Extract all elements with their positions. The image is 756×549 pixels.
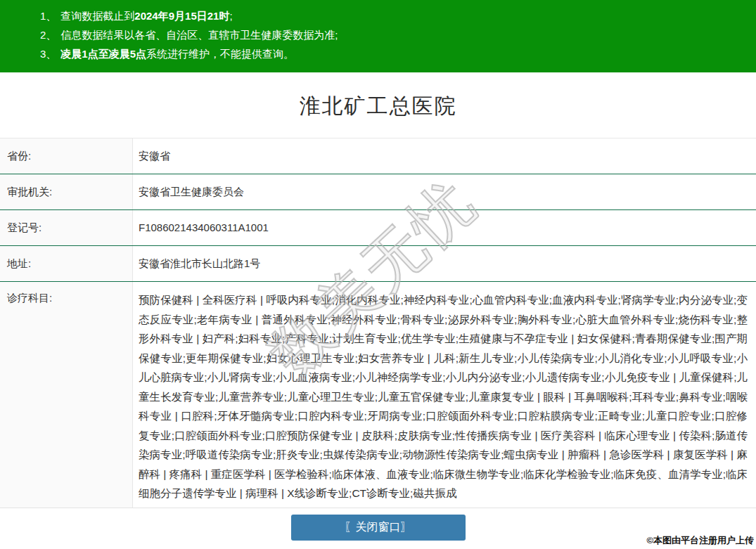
row-value: F1086021434060311A1001 (133, 210, 756, 245)
table-row-registration-number: 登记号: F1086021434060311A1001 (0, 210, 756, 246)
notice-number: 3、 (40, 48, 56, 60)
notice-text: 信息数据结果以各省、自治区、直辖市卫生健康委数据为准; (60, 29, 338, 41)
copyright-stamp: ©本图由平台注册用户上传 (646, 534, 754, 547)
notice-item-1: 1、查询数据截止到2024年9月15日21时; (40, 6, 756, 25)
row-label: 诊疗科目: (0, 282, 133, 508)
notice-number: 2、 (40, 29, 56, 41)
row-value: 预防保健科 | 全科医疗科 | 呼吸内科专业;消化内科专业;神经内科专业;心血管… (133, 282, 756, 508)
notice-item-3: 3、凌晨1点至凌晨5点系统进行维护，不能提供查询。 (40, 44, 756, 63)
notice-text: 凌晨1点至凌晨5点系统进行维护，不能提供查询。 (60, 48, 294, 60)
info-table: 省份: 安徽省 审批机关: 安徽省卫生健康委员会 登记号: F108602143… (0, 138, 756, 508)
row-label: 审批机关: (0, 174, 133, 209)
notice-number: 1、 (40, 10, 56, 22)
row-label: 地址: (0, 246, 133, 281)
notice-text: 查询数据截止到2024年9月15日21时; (60, 10, 232, 22)
row-label: 省份: (0, 138, 133, 174)
row-label: 登记号: (0, 210, 133, 245)
table-row-medical-departments: 诊疗科目: 预防保健科 | 全科医疗科 | 呼吸内科专业;消化内科专业;神经内科… (0, 282, 756, 508)
notice-banner: 1、查询数据截止到2024年9月15日21时; 2、信息数据结果以各省、自治区、… (0, 0, 756, 72)
hospital-title: 淮北矿工总医院 (0, 92, 756, 121)
table-row-address: 地址: 安徽省淮北市长山北路1号 (0, 246, 756, 282)
row-value: 安徽省卫生健康委员会 (133, 174, 756, 209)
table-row-province: 省份: 安徽省 (0, 138, 756, 174)
notice-item-2: 2、信息数据结果以各省、自治区、直辖市卫生健康委数据为准; (40, 25, 756, 44)
table-row-approval-authority: 审批机关: 安徽省卫生健康委员会 (0, 174, 756, 210)
row-value: 安徽省淮北市长山北路1号 (133, 246, 756, 281)
row-value: 安徽省 (133, 138, 756, 174)
close-window-button[interactable]: 〖关闭窗口〗 (291, 515, 466, 541)
button-area: 〖关闭窗口〗 (0, 515, 756, 541)
